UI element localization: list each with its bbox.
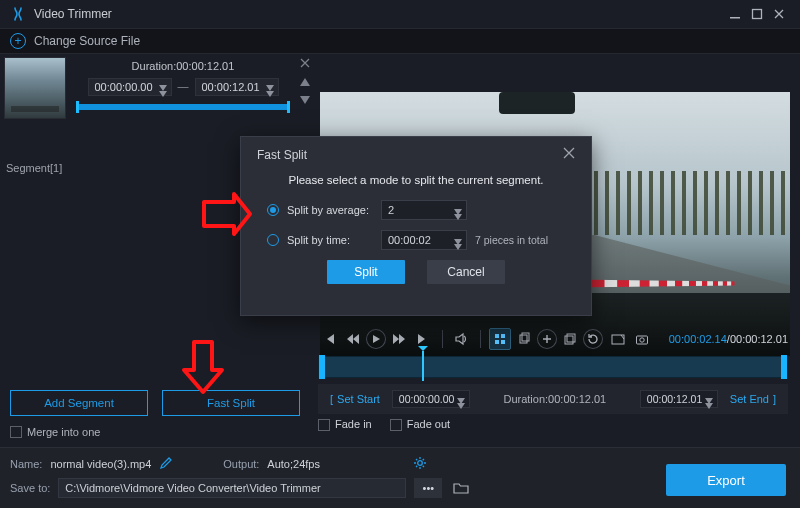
svg-rect-8 <box>565 336 573 344</box>
segment-start-input[interactable]: 00:00:00.00 <box>88 78 172 96</box>
time-display: 00:00:02.14/00:00:12.01 <box>669 333 788 345</box>
svg-rect-0 <box>730 17 740 19</box>
svg-rect-2 <box>495 334 499 338</box>
playhead[interactable] <box>422 351 424 381</box>
open-folder-icon[interactable] <box>450 481 472 495</box>
svg-rect-1 <box>753 10 762 19</box>
segment-close-icon[interactable] <box>300 58 310 70</box>
fade-out-checkbox[interactable]: Fade out <box>390 418 450 431</box>
segment-up-icon[interactable] <box>300 76 310 88</box>
camera-icon[interactable] <box>631 328 653 350</box>
fade-in-checkbox[interactable]: Fade in <box>318 418 372 431</box>
play-icon[interactable] <box>366 329 386 349</box>
fast-split-dialog: Fast Split Please select a mode to split… <box>240 136 592 316</box>
plus-circle-icon: + <box>10 33 26 49</box>
svg-rect-9 <box>567 334 575 342</box>
radio-off-icon <box>267 234 279 246</box>
grid-icon[interactable] <box>489 328 511 350</box>
dialog-title: Fast Split <box>257 148 307 162</box>
saveto-label: Save to: <box>10 482 50 494</box>
range-duration-label: Duration:00:00:12.01 <box>503 393 606 405</box>
copy-icon[interactable] <box>513 328 535 350</box>
close-button[interactable] <box>768 6 790 22</box>
segment-duration-value: 00:00:12.01 <box>176 60 234 72</box>
rename-icon[interactable] <box>159 456 173 472</box>
name-label: Name: <box>10 458 42 470</box>
merge-checkbox[interactable]: Merge into one <box>10 426 300 438</box>
duplicate-icon[interactable] <box>559 328 581 350</box>
volume-icon[interactable] <box>451 328 473 350</box>
segment-end-input[interactable]: 00:00:12.01 <box>195 78 279 96</box>
change-source-button[interactable]: + Change Source File <box>0 28 800 54</box>
radio-on-icon <box>267 204 279 216</box>
svg-rect-6 <box>520 335 527 343</box>
split-average-input[interactable]: 2 <box>381 200 467 220</box>
fast-split-button[interactable]: Fast Split <box>162 390 300 416</box>
output-settings-icon[interactable] <box>413 456 427 472</box>
segment-duration-label: Duration: <box>132 60 177 72</box>
svg-rect-5 <box>501 340 505 344</box>
output-label: Output: <box>223 458 259 470</box>
browse-button[interactable]: ••• <box>414 478 442 498</box>
trim-handle-right[interactable] <box>781 355 787 379</box>
add-icon[interactable] <box>537 329 557 349</box>
maximize-button[interactable] <box>746 6 768 22</box>
reset-icon[interactable] <box>583 329 603 349</box>
segment-name: Segment[1] <box>6 162 62 174</box>
svg-rect-11 <box>636 336 647 344</box>
export-button[interactable]: Export <box>666 464 786 496</box>
split-time-input[interactable]: 00:00:02 <box>381 230 467 250</box>
minimize-button[interactable] <box>724 6 746 22</box>
split-time-option[interactable]: Split by time: 00:00:02 7 pieces in tota… <box>257 230 575 250</box>
dialog-split-button[interactable]: Split <box>327 260 405 284</box>
step-forward-icon[interactable] <box>388 328 410 350</box>
range-start-input[interactable]: 00:00:00.00 <box>392 390 470 408</box>
app-logo-icon <box>10 6 26 22</box>
set-start-button[interactable]: [Set Start <box>324 393 386 405</box>
skip-start-icon[interactable] <box>318 328 340 350</box>
timeline[interactable] <box>318 356 788 378</box>
svg-rect-4 <box>495 340 499 344</box>
snapshot-icon[interactable] <box>607 328 629 350</box>
window-title: Video Trimmer <box>34 7 724 21</box>
segment-scrubber[interactable] <box>76 104 290 110</box>
name-value: normal video(3).mp4 <box>50 458 151 470</box>
split-average-option[interactable]: Split by average: 2 <box>257 200 575 220</box>
segment-down-icon[interactable] <box>300 94 310 106</box>
add-segment-button[interactable]: Add Segment <box>10 390 148 416</box>
dialog-prompt: Please select a mode to split the curren… <box>257 174 575 186</box>
dialog-cancel-button[interactable]: Cancel <box>427 260 505 284</box>
output-value: Auto;24fps <box>267 458 320 470</box>
svg-point-12 <box>640 338 644 342</box>
segment-thumbnail[interactable] <box>4 57 66 119</box>
range-end-input[interactable]: 00:00:12.01 <box>640 390 718 408</box>
change-source-label: Change Source File <box>34 34 140 48</box>
save-path-input[interactable]: C:\Vidmore\Vidmore Video Converter\Video… <box>58 478 406 498</box>
svg-rect-3 <box>501 334 505 338</box>
segment-row[interactable]: Duration:00:00:12.01 00:00:00.00 — 00:00… <box>0 54 312 119</box>
pieces-note: 7 pieces in total <box>475 234 548 246</box>
range-dash: — <box>178 80 189 92</box>
step-back-icon[interactable] <box>342 328 364 350</box>
set-end-button[interactable]: Set End] <box>724 393 782 405</box>
dialog-close-icon[interactable] <box>563 147 575 162</box>
svg-rect-7 <box>522 333 529 341</box>
trim-handle-left[interactable] <box>319 355 325 379</box>
svg-point-13 <box>418 461 423 466</box>
